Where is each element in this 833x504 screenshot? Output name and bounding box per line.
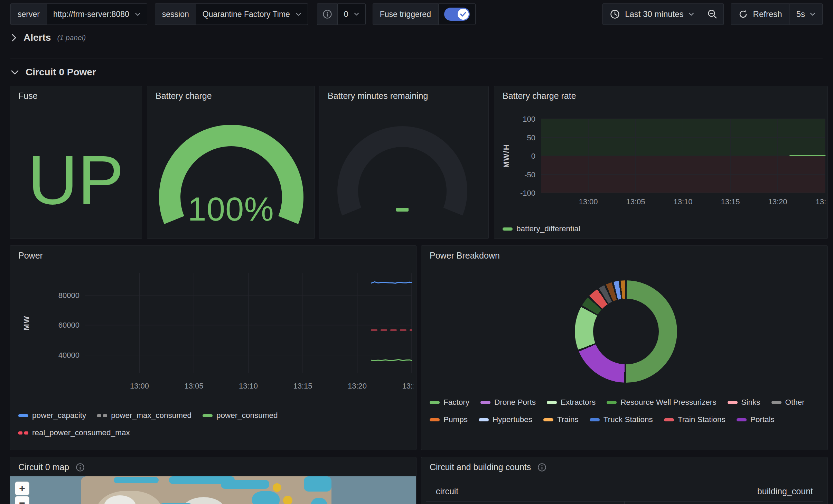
- battery-minutes-novalue-dash: [396, 208, 409, 212]
- svg-text:13:10: 13:10: [673, 197, 692, 206]
- svg-text:MW/H: MW/H: [502, 144, 511, 168]
- legend-label: Factory: [443, 398, 469, 407]
- map-node-dot: [283, 496, 292, 504]
- power-legend[interactable]: power_capacitypower_max_consumedpower_co…: [18, 411, 378, 437]
- legend-item[interactable]: power_capacity: [18, 411, 86, 420]
- dashboard-toolbar: server http://frm-server:8080 session Qu…: [10, 3, 823, 25]
- legend-swatch: [771, 401, 781, 404]
- panel-circuit-building-counts: Circuit and building counts circuit buil…: [421, 457, 828, 504]
- table-header-building-count[interactable]: building_count: [757, 486, 813, 496]
- legend-label: Train Stations: [678, 415, 726, 424]
- legend-item[interactable]: battery_differential: [503, 224, 580, 233]
- chevron-down-icon: [10, 69, 19, 76]
- circuit0-map-canvas[interactable]: + −: [10, 476, 416, 504]
- power-breakdown-donut-hole: [593, 299, 659, 364]
- table-header-circuit[interactable]: circuit: [436, 486, 458, 496]
- legend-item[interactable]: Portals: [737, 415, 775, 424]
- panel-circuit0-map: Circuit 0 map + −: [10, 457, 416, 504]
- info-icon[interactable]: [75, 463, 85, 472]
- panel-battery-charge-rate-title: Battery charge rate: [503, 91, 576, 101]
- battery-charge-rate-chart[interactable]: 100500-50-10013:0013:0513:1013:1513:2013…: [498, 109, 826, 211]
- svg-text:40000: 40000: [58, 351, 79, 360]
- legend-item[interactable]: power_consumed: [203, 411, 278, 420]
- map-zoom-in-button[interactable]: +: [15, 482, 29, 495]
- legend-item[interactable]: Other: [771, 398, 805, 407]
- svg-text:13:15: 13:15: [293, 382, 312, 390]
- info-icon[interactable]: [537, 463, 547, 472]
- svg-text:80000: 80000: [58, 291, 79, 300]
- panel-power: Power 80000600004000013:0013:0513:1013:1…: [10, 245, 416, 450]
- svg-text:13:05: 13:05: [626, 197, 645, 206]
- legend-swatch: [607, 401, 617, 404]
- battery-charge-rate-legend[interactable]: battery_differential: [503, 224, 814, 233]
- legend-swatch: [479, 418, 489, 421]
- legend-label: Sinks: [741, 398, 760, 407]
- server-variable-value[interactable]: http://frm-server:8080: [47, 3, 147, 25]
- legend-label: real_power_consumed_max: [32, 428, 130, 437]
- row-alerts-panel-count: (1 panel): [57, 34, 86, 42]
- legend-label: power_max_consumed: [111, 411, 191, 420]
- session-variable-label: session: [155, 3, 196, 25]
- session-variable-value[interactable]: Quarantine Factory Time: [196, 3, 308, 25]
- row-alerts-title: Alerts: [24, 32, 51, 43]
- panel-power-breakdown: Power Breakdown FactoryDrone PortsExtrac…: [421, 245, 828, 450]
- legend-item[interactable]: Truck Stations: [590, 415, 653, 424]
- svg-text:13:10: 13:10: [239, 382, 258, 390]
- svg-text:MW: MW: [22, 315, 31, 330]
- svg-text:13:20: 13:20: [348, 382, 367, 390]
- legend-item[interactable]: real_power_consumed_max: [18, 428, 130, 437]
- svg-text:-100: -100: [520, 189, 535, 197]
- legend-label: power_capacity: [32, 411, 86, 420]
- info-variable-chip: [317, 3, 337, 25]
- refresh-label: Refresh: [753, 9, 782, 19]
- chevron-down-icon: [135, 12, 141, 16]
- legend-label: Extractors: [561, 398, 596, 407]
- zoom-out-time-button[interactable]: [701, 3, 724, 25]
- power-breakdown-legend[interactable]: FactoryDrone PortsExtractorsResource Wel…: [430, 398, 821, 424]
- legend-item[interactable]: Factory: [430, 398, 469, 407]
- fuse-toggle-box: [438, 3, 476, 25]
- legend-item[interactable]: Trains: [543, 415, 579, 424]
- power-breakdown-donut[interactable]: [575, 280, 677, 383]
- panel-count-value[interactable]: 0: [337, 3, 366, 25]
- legend-item[interactable]: Hypertubes: [479, 415, 532, 424]
- legend-item[interactable]: power_max_consumed: [97, 411, 191, 420]
- row-alerts[interactable]: Alerts (1 panel): [10, 32, 86, 48]
- legend-label: power_consumed: [216, 411, 278, 420]
- panel-count-value-text: 0: [344, 10, 348, 19]
- legend-item[interactable]: Resource Well Pressurizers: [607, 398, 716, 407]
- panel-battery-minutes-title: Battery minutes remaining: [328, 91, 428, 101]
- power-chart[interactable]: 80000600004000013:0013:0513:1013:1513:20…: [14, 269, 413, 407]
- legend-item[interactable]: Pumps: [430, 415, 468, 424]
- svg-text:-50: -50: [524, 170, 535, 179]
- server-variable-label: server: [10, 3, 47, 25]
- panel-battery-charge-rate: Battery charge rate 100500-50-10013:0013…: [494, 86, 828, 239]
- legend-item[interactable]: Extractors: [547, 398, 596, 407]
- map-water: [114, 477, 159, 483]
- chevron-right-icon: [10, 33, 17, 42]
- map-zoom-out-button[interactable]: −: [15, 496, 29, 504]
- server-variable-value-text: http://frm-server:8080: [53, 10, 129, 19]
- svg-text:13:20: 13:20: [768, 197, 787, 206]
- chevron-down-icon: [354, 12, 359, 16]
- refresh-button[interactable]: Refresh: [731, 3, 789, 25]
- legend-label: Pumps: [443, 415, 468, 424]
- legend-label: Trains: [557, 415, 579, 424]
- refresh-interval-value: 5s: [796, 9, 805, 19]
- legend-item[interactable]: Drone Ports: [480, 398, 536, 407]
- legend-item[interactable]: Train Stations: [664, 415, 726, 424]
- svg-text:13:15: 13:15: [721, 197, 740, 206]
- svg-text:60000: 60000: [58, 321, 79, 329]
- panel-fuse: Fuse UP: [10, 86, 142, 239]
- fuse-toggle[interactable]: [444, 8, 470, 21]
- chevron-down-icon: [689, 12, 694, 16]
- row-circuit0-power[interactable]: Circuit 0 Power: [10, 64, 96, 81]
- refresh-interval-button[interactable]: 5s: [789, 3, 823, 25]
- legend-swatch: [664, 418, 674, 421]
- fuse-status-value: UP: [10, 146, 142, 215]
- legend-item[interactable]: Sinks: [728, 398, 760, 407]
- table-column-divider: [624, 501, 625, 504]
- time-range-button[interactable]: Last 30 minutes: [602, 3, 701, 25]
- row-divider: [10, 58, 823, 58]
- panel-fuse-title: Fuse: [18, 91, 38, 101]
